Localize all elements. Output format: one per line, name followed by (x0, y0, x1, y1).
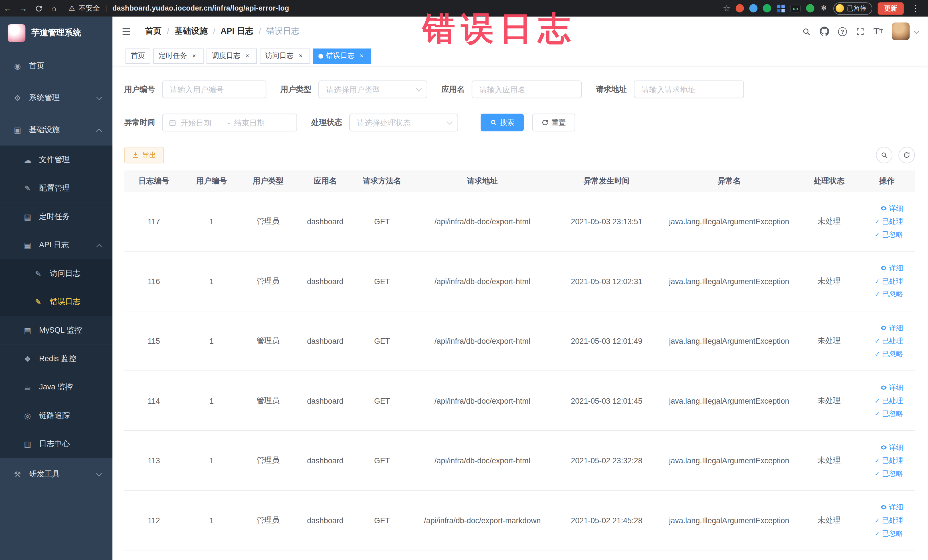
font-size-icon[interactable]: TT (873, 26, 883, 36)
detail-link[interactable]: 详细 (880, 203, 903, 214)
close-icon[interactable]: × (296, 52, 305, 60)
app-name-input[interactable] (472, 81, 582, 98)
hamburger-icon[interactable] (112, 26, 140, 36)
sidebar-item-infrastructure[interactable]: ▣基础设施 (0, 113, 112, 145)
tab-home[interactable]: 首页 (125, 48, 150, 64)
paw-icon[interactable]: ✻ (820, 4, 828, 12)
ignored-link[interactable]: ✓已忽略 (875, 468, 903, 478)
switch-on-icon[interactable]: on (790, 5, 801, 12)
breadcrumb-api-log[interactable]: API 日志 (221, 26, 253, 37)
cloud-icon: ☁ (23, 156, 32, 164)
sidebar-item-api-access-log[interactable]: ✎访问日志 (0, 259, 112, 288)
detail-link[interactable]: 详细 (880, 502, 903, 512)
avatar[interactable] (892, 23, 910, 40)
detail-link[interactable]: 详细 (880, 323, 903, 333)
cell-url: /api/infra/db-doc/export-html (410, 431, 554, 490)
action-label: 详细 (889, 383, 903, 392)
close-icon[interactable]: × (190, 52, 198, 60)
close-icon[interactable]: × (357, 52, 366, 60)
ignored-link[interactable]: ✓已忽略 (875, 409, 903, 419)
water-drop-icon[interactable] (749, 4, 757, 12)
tree-icon[interactable] (806, 4, 815, 12)
detail-link[interactable]: 详细 (880, 383, 903, 392)
processed-link[interactable]: ✓已处理 (875, 336, 903, 346)
cell-exception: java.lang.IllegalArgumentException (659, 192, 800, 251)
tab-api-error-log[interactable]: 错误日志× (313, 48, 371, 64)
export-button[interactable]: 导出 (124, 147, 164, 163)
breadcrumb: 首页 / 基础设施 / API 日志 / 错误日志 (145, 26, 299, 37)
breadcrumb-home[interactable]: 首页 (145, 26, 162, 37)
date-range-picker[interactable]: - (162, 113, 297, 131)
request-url-input[interactable] (634, 81, 744, 98)
ignored-link[interactable]: ✓已忽略 (875, 229, 903, 240)
sidebar-item-scheduled-job[interactable]: ▦定时任务 (0, 203, 112, 231)
column-header: 用户编号 (183, 170, 240, 192)
processed-link[interactable]: ✓已处理 (875, 515, 903, 525)
home-icon[interactable]: ⌂ (46, 0, 62, 17)
search-button[interactable]: 搜索 (481, 113, 524, 131)
sidebar-item-redis-monitor[interactable]: ❖Redis 监控 (0, 344, 112, 373)
cell-exception: java.lang.IllegalArgumentException (659, 371, 800, 430)
sidebar-item-api-error-log[interactable]: ✎错误日志 (0, 288, 112, 316)
ignored-link[interactable]: ✓已忽略 (875, 289, 903, 299)
sidebar-item-api-log[interactable]: ▤API 日志 (0, 231, 112, 259)
end-date-input[interactable] (234, 118, 276, 127)
eye-icon (880, 384, 887, 391)
reload-icon[interactable] (31, 0, 46, 17)
browser-menu-icon[interactable]: ⋮ (909, 3, 922, 13)
user-type-select[interactable] (318, 81, 427, 98)
processed-link[interactable]: ✓已处理 (875, 455, 903, 465)
sidebar-item-mysql-monitor[interactable]: ▤MySQL 监控 (0, 316, 112, 345)
reset-button[interactable]: 重置 (532, 113, 575, 131)
sidebar-item-trace[interactable]: ◎链路追踪 (0, 401, 112, 430)
log-icon: ▤ (23, 241, 32, 249)
tab-job-log[interactable]: 调度日志× (206, 48, 257, 64)
user-id-input[interactable] (162, 81, 266, 98)
security-chip[interactable]: ⚠ 不安全 (69, 3, 100, 13)
start-date-input[interactable] (180, 118, 223, 127)
ignored-link[interactable]: ✓已忽略 (875, 349, 903, 359)
cell-actions: 详细✓已处理✓已忽略 (859, 371, 915, 430)
help-icon[interactable]: ? (838, 27, 847, 36)
tab-api-access-log[interactable]: 访问日志× (260, 48, 310, 64)
processed-link[interactable]: ✓已处理 (875, 216, 903, 226)
forward-icon[interactable]: → (15, 0, 31, 17)
back-icon[interactable]: ← (0, 0, 15, 17)
bookmark-star-icon[interactable]: ☆ (723, 3, 730, 13)
error-log-table: 日志编号用户编号用户类型应用名请求方法名请求地址异常发生时间异常名处理状态操作 … (124, 170, 915, 550)
detail-link[interactable]: 详细 (880, 263, 903, 273)
sidebar-item-system[interactable]: ⚙系统管理 (0, 82, 112, 113)
chevron-down-icon[interactable] (914, 29, 919, 34)
profile-paused-chip[interactable]: 已暂停 (833, 2, 872, 15)
detail-link[interactable]: 详细 (880, 443, 903, 452)
record-dot-icon[interactable] (736, 4, 744, 12)
search-toggle-button[interactable] (876, 147, 892, 163)
sidebar-item-file-manage[interactable]: ☁文件管理 (0, 145, 112, 174)
sidebar-item-java-monitor[interactable]: ☕Java 监控 (0, 373, 112, 401)
sidebar-item-config-manage[interactable]: ✎配置管理 (0, 174, 112, 203)
search-icon[interactable] (802, 27, 811, 36)
close-icon[interactable]: × (243, 52, 252, 60)
logo-row[interactable]: 芋道管理系统 (0, 17, 112, 50)
ignored-link[interactable]: ✓已忽略 (875, 528, 903, 538)
devtools-icon[interactable] (763, 4, 771, 12)
update-button[interactable]: 更新 (878, 2, 904, 15)
url-text[interactable]: dashboard.yudao.iocoder.cn/infra/log/api… (112, 4, 289, 12)
breadcrumb-infra[interactable]: 基础设施 (175, 26, 208, 37)
fullscreen-icon[interactable] (856, 27, 865, 36)
process-status-select[interactable] (349, 113, 458, 131)
refresh-table-button[interactable] (898, 147, 915, 163)
check-icon: ✓ (875, 277, 880, 285)
search-button-label: 搜索 (500, 117, 514, 128)
sidebar-item-home[interactable]: ◉首页 (0, 50, 112, 82)
tags-view: 首页定时任务×调度日志×访问日志×错误日志× (112, 46, 928, 67)
sidebar-item-log-center[interactable]: ▥日志中心 (0, 430, 112, 458)
action-label: 详细 (889, 263, 903, 273)
apps-grid-icon[interactable] (777, 4, 785, 12)
processed-link[interactable]: ✓已处理 (875, 276, 903, 286)
check-icon: ✓ (875, 350, 880, 358)
sidebar-item-dev-tools[interactable]: ⚒研发工具 (0, 458, 112, 490)
github-icon[interactable] (820, 26, 829, 36)
processed-link[interactable]: ✓已处理 (875, 396, 903, 406)
tab-job[interactable]: 定时任务× (153, 48, 203, 64)
